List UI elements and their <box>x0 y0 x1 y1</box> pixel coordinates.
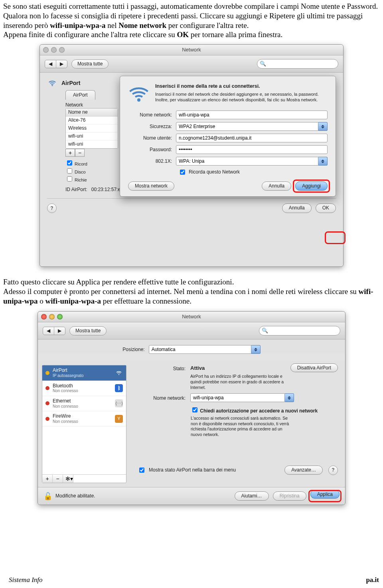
add-network-button[interactable]: + <box>65 149 75 157</box>
window2-titlebar: Network <box>38 312 345 322</box>
service-ethernet[interactable]: EthernetNon connesso ⟨⋯⟩ <box>42 396 126 411</box>
document-paragraphs-2: Fatto questo cliccare su Applica per ren… <box>0 276 383 306</box>
p1c: per configurare l'altra rete. <box>168 21 249 30</box>
cancel-button[interactable]: Annulla <box>282 203 312 213</box>
back-icon[interactable]: ◀ <box>45 60 56 68</box>
sheet-cancel-button[interactable]: Annulla <box>262 182 291 191</box>
service-bluetooth[interactable]: BluetoothNon connesso ᛒ <box>42 381 126 396</box>
help-me-button[interactable]: Aiutami… <box>235 491 269 501</box>
chk-richie[interactable] <box>67 176 72 182</box>
search-icon: 🔍 <box>260 61 266 67</box>
service-firewire[interactable]: FireWireNon connesso Y <box>42 411 126 426</box>
airport-label: AirPort <box>61 80 80 87</box>
label-username: Nome utente: <box>128 135 172 141</box>
bluetooth-icon: ᛒ <box>115 384 123 392</box>
sheet-heading: Inserisci il nome della rete a cui conne… <box>155 83 328 90</box>
close-icon[interactable] <box>41 314 47 320</box>
search-icon: 🔍 <box>262 328 268 334</box>
network-row[interactable]: wifi-uni <box>66 140 118 148</box>
label-password: Password: <box>128 147 172 153</box>
network-window-1: Network ◀ ▶ Mostra tutte 🔍 AirPort AirPo… <box>39 44 344 267</box>
window1-title: Network <box>40 47 343 53</box>
search-input[interactable]: 🔍 <box>259 326 340 335</box>
wifi-icon <box>47 78 57 89</box>
show-menu-checkbox[interactable] <box>139 468 144 473</box>
nav-back-forward[interactable]: ◀▶ <box>43 327 65 335</box>
lock-icon[interactable]: 🔓 <box>43 492 52 501</box>
label-security: Sicurezza: <box>128 124 172 130</box>
remember-network-checkbox[interactable] <box>180 170 185 175</box>
chk-remember[interactable] <box>67 160 72 166</box>
p4b: o <box>39 297 45 305</box>
label-8021x: 802.1X: <box>128 158 172 164</box>
stato-value: Attiva <box>190 365 205 371</box>
remove-network-button[interactable]: − <box>75 149 85 157</box>
chevron-updown-icon[interactable] <box>285 393 294 402</box>
chevron-updown-icon[interactable] <box>251 345 261 354</box>
status-dot-icon <box>45 371 49 375</box>
ask-auth-checkbox[interactable] <box>192 407 197 412</box>
highlight-box-edge <box>325 231 345 244</box>
ethernet-icon: ⟨⋯⟩ <box>115 399 123 407</box>
help-button[interactable]: ? <box>328 466 338 475</box>
close-icon[interactable] <box>43 47 49 53</box>
p4a: Adesso il computer è pronto per connette… <box>3 287 359 296</box>
minimize-icon[interactable] <box>49 314 55 320</box>
show-network-button[interactable]: Mostra network <box>128 182 174 191</box>
svg-point-2 <box>118 374 119 375</box>
remember-network-label: Ricorda questo Network <box>189 169 240 175</box>
service-actions-button[interactable]: ✻▾ <box>63 475 73 483</box>
security-select[interactable] <box>176 122 318 131</box>
status-dot-icon <box>45 401 49 405</box>
8021x-select[interactable] <box>176 157 318 166</box>
minimize-icon[interactable] <box>51 47 57 53</box>
highlight-box-applica <box>308 490 342 502</box>
username-input[interactable] <box>176 134 328 142</box>
sheet-subtext: Inserisci il nome del network che deside… <box>155 91 328 103</box>
window1-toolbar: ◀ ▶ Mostra tutte 🔍 <box>40 55 343 73</box>
password-input[interactable] <box>176 145 328 154</box>
forward-icon[interactable]: ▶ <box>54 327 65 335</box>
network-name-input[interactable] <box>176 110 328 119</box>
p2a: Appena finite di configurare anche l'alt… <box>3 30 177 39</box>
ask-auth-description: L'accesso ai network conosciuti sarà aut… <box>191 416 294 438</box>
network-row[interactable]: Alice-76 <box>66 116 118 124</box>
back-icon[interactable]: ◀ <box>43 327 54 335</box>
chevron-updown-icon[interactable] <box>318 157 328 166</box>
p1-bold1: wifi-unipa-wpa-a <box>50 21 105 30</box>
forward-icon[interactable]: ▶ <box>56 60 67 68</box>
network-row[interactable]: wifi-uni <box>66 132 118 140</box>
chevron-updown-icon[interactable] <box>318 122 328 131</box>
p1-bold2: Nome network <box>118 21 166 30</box>
network-row[interactable]: Wireless <box>66 124 118 132</box>
p2b: per tornare alla prima finestra. <box>191 30 283 39</box>
add-service-button[interactable]: + <box>42 475 53 483</box>
lock-text: Modifiche abilitate. <box>55 493 95 499</box>
network-name-select[interactable] <box>190 393 285 402</box>
zoom-icon[interactable] <box>57 314 63 320</box>
nav-back-forward[interactable]: ◀ ▶ <box>45 60 67 68</box>
service-list: AirPortIP autoassegnato BluetoothNon con… <box>42 365 126 483</box>
tab-airport[interactable]: AirPort <box>65 90 95 100</box>
show-all-button[interactable]: Mostra tutte <box>71 59 109 69</box>
service-airport[interactable]: AirPortIP autoassegnato <box>42 365 126 381</box>
revert-button[interactable]: Ripristina <box>273 491 306 501</box>
disable-airport-button[interactable]: Disattiva AirPort <box>290 363 338 372</box>
advanced-button[interactable]: Avanzate… <box>284 466 323 475</box>
search-input[interactable]: 🔍 <box>257 59 338 69</box>
wifi-icon <box>115 369 123 377</box>
chk-disco[interactable] <box>67 168 72 174</box>
window2-title: Network <box>38 314 345 320</box>
wifi-large-icon <box>128 83 150 107</box>
stato-label: Stato: <box>138 365 186 372</box>
p1b: nel <box>107 21 118 30</box>
remove-service-button[interactable]: − <box>53 475 63 483</box>
network-list-header: Nome ne <box>66 109 118 116</box>
status-dot-icon <box>45 417 49 421</box>
position-select[interactable] <box>149 345 251 354</box>
ok-button[interactable]: OK <box>316 203 336 213</box>
help-button[interactable]: ? <box>47 203 57 213</box>
zoom-icon[interactable] <box>59 47 65 53</box>
show-all-button[interactable]: Mostra tutte <box>69 326 107 335</box>
document-paragraphs: Se sono stati eseguiti correttamente tut… <box>0 0 383 39</box>
